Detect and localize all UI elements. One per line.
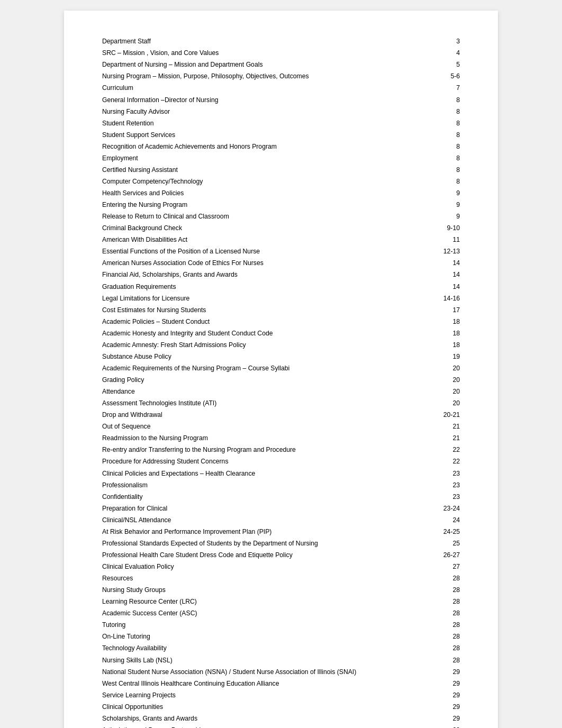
toc-row: Nursing Program – Mission, Purpose, Phil… xyxy=(102,71,460,83)
toc-entry-page: 8 xyxy=(417,94,460,106)
toc-entry-title: Nursing Study Groups xyxy=(102,585,417,596)
toc-entry-title: Technology Availability xyxy=(102,643,417,654)
toc-entry-page: 29 xyxy=(417,725,460,728)
toc-entry-page: 20-21 xyxy=(417,410,460,421)
toc-row: Professional Standards Expected of Stude… xyxy=(102,538,460,550)
toc-entry-page: 8 xyxy=(417,141,460,153)
toc-entry-page: 11 xyxy=(417,234,460,246)
toc-entry-title: Nursing Program – Mission, Purpose, Phil… xyxy=(102,71,417,83)
toc-entry-page: 20 xyxy=(417,363,460,375)
toc-entry-page: 8 xyxy=(417,130,460,141)
toc-row: General Information –Director of Nursing… xyxy=(102,94,460,106)
toc-row: Assessment Technologies Institute (ATI)2… xyxy=(102,398,460,410)
toc-entry-page: 20 xyxy=(417,386,460,398)
toc-entry-page: 28 xyxy=(417,654,460,666)
toc-entry-title: Preparation for Clinical xyxy=(102,503,417,515)
toc-entry-title: At Risk Behavior and Performance Improve… xyxy=(102,526,417,538)
toc-entry-page: 22 xyxy=(417,444,460,456)
toc-entry-title: Nursing Skills Lab (NSL) xyxy=(102,654,417,666)
toc-row: Computer Competency/Technology8 xyxy=(102,176,460,188)
toc-row: Drop and Withdrawal20-21 xyxy=(102,410,460,421)
toc-entry-page: 5-6 xyxy=(417,71,460,83)
toc-row: Nursing Skills Lab (NSL)28 xyxy=(102,654,460,666)
toc-entry-title: Attendance xyxy=(102,386,417,398)
toc-entry-page: 20 xyxy=(417,398,460,410)
toc-entry-title: Legal Limitations for Licensure xyxy=(102,293,417,304)
toc-entry-title: SRC – Mission , Vision, and Core Values xyxy=(102,48,417,59)
toc-entry-page: 23 xyxy=(417,468,460,479)
toc-entry-title: Health Services and Policies xyxy=(102,188,417,199)
toc-row: SRC – Mission , Vision, and Core Values4 xyxy=(102,48,460,59)
toc-entry-page: 23 xyxy=(417,491,460,503)
toc-row: Clinical Evaluation Policy27 xyxy=(102,561,460,573)
toc-entry-title: Readmission to the Nursing Program xyxy=(102,433,417,444)
toc-entry-page: 12-13 xyxy=(417,246,460,258)
toc-row: Health Services and Policies9 xyxy=(102,188,460,199)
toc-entry-page: 29 xyxy=(417,666,460,678)
toc-entry-title: Computer Competency/Technology xyxy=(102,176,417,188)
toc-row: Legal Limitations for Licensure14-16 xyxy=(102,293,460,304)
toc-entry-title: Academic Policies – Student Conduct xyxy=(102,316,417,328)
toc-entry-title: Academic Honesty and Integrity and Stude… xyxy=(102,328,417,340)
toc-row: Cost Estimates for Nursing Students17 xyxy=(102,304,460,316)
toc-entry-page: 17 xyxy=(417,304,460,316)
toc-entry-title: Professional Health Care Student Dress C… xyxy=(102,550,417,561)
toc-entry-title: Recognition of Academic Achievements and… xyxy=(102,141,417,153)
toc-entry-title: Procedure for Addressing Student Concern… xyxy=(102,456,417,468)
toc-entry-page: 24 xyxy=(417,515,460,526)
toc-row: Department Staff3 xyxy=(102,36,460,48)
toc-entry-page: 29 xyxy=(417,690,460,702)
toc-entry-page: 9-10 xyxy=(417,223,460,234)
toc-row: Academic Success Center (ASC)28 xyxy=(102,608,460,620)
toc-row: Recognition of Academic Achievements and… xyxy=(102,141,460,153)
toc-entry-title: Learning Resource Center (LRC) xyxy=(102,596,417,608)
toc-row: Certified Nursing Assistant8 xyxy=(102,165,460,176)
toc-row: Clinical/NSL Attendance24 xyxy=(102,515,460,526)
toc-row: Employment8 xyxy=(102,153,460,165)
toc-row: Criminal Background Check9-10 xyxy=(102,223,460,234)
toc-entry-title: Release to Return to Clinical and Classr… xyxy=(102,211,417,223)
toc-entry-title: Confidentiality xyxy=(102,491,417,503)
toc-entry-page: 29 xyxy=(417,713,460,725)
toc-entry-page: 14-16 xyxy=(417,293,460,304)
toc-entry-page: 25 xyxy=(417,538,460,550)
page: Department Staff3SRC – Mission , Vision,… xyxy=(64,11,498,728)
toc-entry-page: 23-24 xyxy=(417,503,460,515)
toc-entry-title: Academic Requirements of the Nursing Pro… xyxy=(102,363,417,375)
toc-entry-title: General Information –Director of Nursing xyxy=(102,94,417,106)
toc-row: Procedure for Addressing Student Concern… xyxy=(102,456,460,468)
toc-row: Nursing Faculty Advisor8 xyxy=(102,106,460,117)
toc-entry-page: 18 xyxy=(417,316,460,328)
toc-entry-title: Entering the Nursing Program xyxy=(102,199,417,211)
toc-entry-title: Professional Standards Expected of Stude… xyxy=(102,538,417,550)
toc-entry-title: Articulation and Degree Partnerships xyxy=(102,725,417,728)
toc-entry-page: 8 xyxy=(417,165,460,176)
toc-row: Financial Aid, Scholarships, Grants and … xyxy=(102,269,460,281)
toc-entry-page: 18 xyxy=(417,328,460,340)
toc-entry-title: Student Support Services xyxy=(102,130,417,141)
toc-entry-page: 9 xyxy=(417,188,460,199)
toc-entry-title: Clinical/NSL Attendance xyxy=(102,515,417,526)
toc-row: Attendance20 xyxy=(102,386,460,398)
toc-entry-page: 14 xyxy=(417,281,460,293)
toc-entry-title: Assessment Technologies Institute (ATI) xyxy=(102,398,417,410)
toc-row: Student Support Services8 xyxy=(102,130,460,141)
toc-row: Service Learning Projects29 xyxy=(102,690,460,702)
toc-entry-page: 8 xyxy=(417,153,460,165)
toc-row: Resources28 xyxy=(102,573,460,585)
toc-entry-title: Employment xyxy=(102,153,417,165)
toc-entry-title: American With Disabilities Act xyxy=(102,234,417,246)
toc-entry-page: 29 xyxy=(417,678,460,689)
toc-entry-page: 3 xyxy=(417,36,460,48)
toc-row: Graduation Requirements14 xyxy=(102,281,460,293)
toc-entry-title: Curriculum xyxy=(102,83,417,94)
toc-entry-page: 22 xyxy=(417,456,460,468)
toc-entry-title: Resources xyxy=(102,573,417,585)
toc-entry-title: Clinical Evaluation Policy xyxy=(102,561,417,573)
toc-row: Academic Requirements of the Nursing Pro… xyxy=(102,363,460,375)
toc-entry-title: Student Retention xyxy=(102,117,417,129)
toc-entry-title: Re-entry and/or Transferring to the Nurs… xyxy=(102,444,417,456)
toc-table: Department Staff3SRC – Mission , Vision,… xyxy=(102,36,460,728)
toc-entry-page: 21 xyxy=(417,421,460,433)
toc-entry-page: 28 xyxy=(417,643,460,654)
